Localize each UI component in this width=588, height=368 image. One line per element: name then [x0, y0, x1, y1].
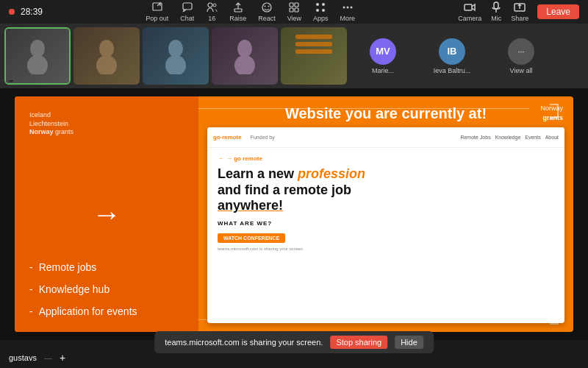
svg-point-5 — [262, 3, 271, 12]
svg-rect-34 — [295, 49, 332, 54]
svg-point-26 — [99, 40, 114, 57]
avatar-mv: MV — [370, 38, 396, 65]
thumb-label-viewall: View all — [510, 67, 533, 74]
call-timer: 28:39 — [21, 7, 43, 17]
view-all-icon: ··· — [508, 38, 534, 65]
bottom-dash: — — [44, 353, 52, 362]
video-feed-4 — [212, 27, 278, 85]
slide-headline-area: Website you are currently at! — [198, 96, 573, 127]
svg-rect-4 — [234, 9, 242, 12]
video-feed-3 — [143, 27, 209, 85]
sharing-notification-bar: teams.microsoft.com is sharing your scre… — [154, 331, 434, 353]
raise-button[interactable]: Raise — [229, 1, 246, 22]
svg-point-13 — [322, 3, 325, 6]
thumbnail-1[interactable] — [4, 27, 71, 85]
funded-by: Funded by — [251, 135, 275, 140]
sharing-text: teams.microsoft.com is sharing your scre… — [165, 338, 323, 347]
thumbnail-2[interactable] — [74, 27, 140, 85]
leave-button[interactable]: Leave — [537, 4, 579, 19]
svg-point-28 — [168, 40, 183, 57]
thumb-label-ib: Ieva Baltru... — [434, 67, 471, 74]
slide-headline: Website you are currently at! — [210, 105, 562, 121]
list-item: - Remote jobs — [29, 261, 184, 273]
video-feed-2 — [74, 27, 140, 85]
react-button[interactable]: React — [258, 1, 276, 22]
main-content: IcelandLiechtensteinNorway grants → - Re… — [0, 88, 588, 340]
svg-point-14 — [316, 9, 319, 12]
slide-left-panel: IcelandLiechtensteinNorway grants → - Re… — [15, 96, 198, 332]
svg-point-18 — [350, 7, 352, 9]
thumbnail-4[interactable] — [212, 27, 278, 85]
svg-point-7 — [268, 6, 269, 7]
slide-items-list: - Remote jobs - Knowledge hub - Applicat… — [29, 261, 184, 317]
add-button[interactable]: + — [60, 352, 65, 364]
apps-button[interactable]: Apps — [313, 1, 329, 22]
svg-point-30 — [237, 40, 252, 57]
mic-button[interactable]: Mic — [490, 1, 502, 22]
presentation-slide: IcelandLiechtensteinNorway grants → - Re… — [15, 96, 573, 332]
thumbnail-3[interactable] — [143, 27, 209, 85]
go-remote-tag: → → go remote — [218, 155, 554, 162]
list-item: - Application for events — [29, 305, 184, 317]
top-bar-right: Camera Mic Share Leave — [458, 1, 579, 22]
svg-point-29 — [165, 55, 186, 74]
svg-point-2 — [208, 3, 212, 7]
chat-button[interactable]: Chat — [180, 1, 194, 22]
top-bar: 28:39 Pop out Chat 16 Raise React View — [0, 0, 588, 24]
view-button[interactable]: View — [287, 1, 301, 22]
svg-point-16 — [343, 7, 345, 9]
svg-point-15 — [322, 9, 325, 12]
nav-links: Remote Jobs Knowledge Events About — [460, 135, 559, 140]
thumbnail-5[interactable] — [281, 27, 347, 85]
svg-rect-1 — [183, 3, 192, 10]
svg-rect-10 — [290, 8, 293, 12]
thumb-label-mv: Marie... — [372, 67, 394, 74]
popout-button[interactable]: Pop out — [146, 1, 168, 22]
username-label: gustavs — [9, 353, 37, 362]
top-bar-controls: Pop out Chat 16 Raise React View Apps M — [146, 1, 355, 22]
svg-rect-8 — [290, 3, 293, 7]
stop-sharing-button[interactable]: Stop sharing — [330, 336, 387, 349]
svg-point-12 — [316, 3, 319, 6]
svg-rect-9 — [295, 3, 298, 7]
top-bar-left: 28:39 — [9, 7, 43, 17]
slide-right-panel: Website you are currently at! Norwaygran… — [198, 96, 573, 332]
list-item: - Knowledge hub — [29, 283, 184, 295]
svg-rect-19 — [465, 4, 472, 10]
thumbnail-ib[interactable]: IB Ieva Baltru... — [419, 27, 485, 85]
watch-conference-button[interactable]: WATCH CONFERENCE — [218, 233, 285, 243]
what-are-we-heading: WHAT ARE WE? — [218, 220, 554, 227]
hide-button[interactable]: Hide — [395, 336, 423, 349]
slide-arrow: → — [92, 198, 121, 231]
thumb-label-1 — [9, 80, 13, 82]
share-button[interactable]: Share — [511, 1, 528, 22]
svg-point-31 — [234, 55, 255, 74]
svg-rect-33 — [295, 42, 332, 46]
website-preview: go·remote Funded by Remote Jobs Knowledg… — [207, 127, 564, 323]
website-small-text: teams.microsoft.com is sharing your scre… — [218, 246, 554, 252]
grant-logo-text: IcelandLiechtensteinNorway grants — [29, 111, 184, 137]
svg-rect-11 — [295, 8, 298, 12]
avatar-ib: IB — [439, 38, 465, 65]
slide-grant-logo: IcelandLiechtensteinNorway grants — [29, 111, 184, 137]
svg-rect-20 — [494, 2, 498, 9]
svg-point-27 — [96, 55, 117, 74]
camera-button[interactable]: Camera — [458, 1, 481, 22]
more-button[interactable]: More — [340, 1, 356, 22]
svg-rect-32 — [295, 35, 332, 39]
svg-point-17 — [346, 7, 348, 9]
svg-point-24 — [30, 40, 45, 57]
recording-indicator — [9, 9, 15, 15]
thumbnails-row: MV Marie... IB Ieva Baltru... ··· View a… — [0, 24, 588, 88]
website-body: → → go remote Learn a new profession and… — [207, 148, 564, 259]
svg-point-3 — [213, 4, 216, 7]
norway-grants-badge: Norwaygrants — [540, 104, 563, 122]
thumbnail-mv[interactable]: MV Marie... — [350, 27, 416, 85]
svg-point-6 — [264, 6, 265, 7]
video-feed-5 — [281, 27, 347, 85]
participants-button[interactable]: 16 — [206, 1, 218, 22]
video-feed-1 — [6, 29, 69, 83]
website-hero: Learn a new profession and find a remote… — [218, 166, 554, 214]
thumbnail-more[interactable]: ··· View all — [488, 27, 554, 85]
svg-point-25 — [27, 55, 48, 74]
